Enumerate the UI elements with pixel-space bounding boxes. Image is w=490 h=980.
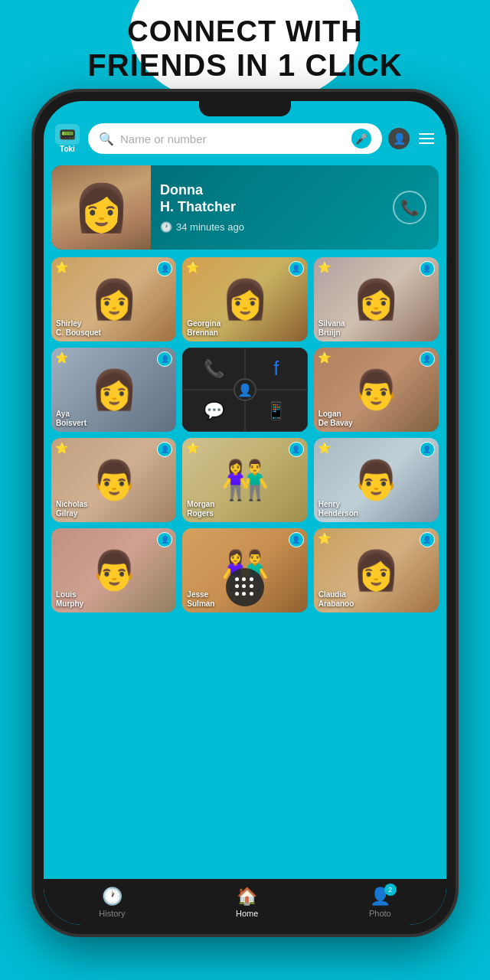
app-header: 📟 Toki 🔍 Name or number 🎤 👤 [44,118,446,159]
photo-icon-wrap: 👤 2 [370,887,390,906]
nav-history-label: History [99,909,125,918]
user-badge-jesse: 👤 [289,532,304,547]
contact-card-georgina[interactable]: 👩 ⭐ 👤 GeorginaBrennan [182,257,307,341]
user-badge-georgina: 👤 [289,261,304,276]
star-badge-nicholas: ⭐ [55,442,68,454]
contact-name-silvana: SilvanaBruijn [318,319,345,338]
contact-card-henry[interactable]: 👨 ⭐ 👤 HenryHenderson [314,438,439,522]
promo-line2: FRIENDS IN 1 CLICK [0,48,490,83]
contact-name-morgan: MorganRogers [187,500,214,518]
social-center-person: 👤 [234,378,256,401]
app-logo-label: Toki [60,145,75,153]
promo-line1: CONNECT WITH [0,15,490,48]
contact-card-morgan[interactable]: 👫 ⭐ 👤 MorganRogers [182,438,307,522]
history-icon: 🕐 [102,887,122,906]
contact-name-jesse: JesseSulman [187,590,214,609]
user-badge-silvana: 👤 [420,261,435,276]
call-icon: 📞 [393,191,426,224]
home-icon: 🏠 [237,887,257,906]
phone-frame: 📟 Toki 🔍 Name or number 🎤 👤 👩 [34,92,456,934]
star-badge-claudia: ⭐ [318,532,331,544]
content-area: 👩 Donna H. Thatcher 🕐 34 minutes ago 📞 [44,159,446,879]
contact-name-shirley: ShirleyC. Bousquet [56,319,101,338]
contact-name-louis: LouisMurphy [56,590,83,609]
search-placeholder: Name or number [120,132,345,145]
user-badge-morgan: 👤 [289,442,304,457]
user-badge-logan: 👤 [420,351,435,367]
contact-name-nicholas: NicholasGilray [56,500,88,518]
contact-grid: 👩 ⭐ 👤 ShirleyC. Bousquet 👩 ⭐ 👤 GeorginaB… [51,257,439,612]
dialpad-grid [235,577,255,597]
mic-icon[interactable]: 🎤 [351,129,371,149]
user-badge-claudia: 👤 [420,532,435,547]
contact-name-claudia: ClaudiaArabanoo [318,590,354,609]
nav-photo[interactable]: 👤 2 Photo [369,887,391,918]
contact-name-georgina: GeorginaBrennan [187,319,220,338]
star-badge-georgina: ⭐ [186,261,199,273]
contact-name-henry: HenryHenderson [318,500,358,518]
contact-card-louis[interactable]: 👨 ⭐ 👤 LouisMurphy [51,528,176,612]
search-icon: 🔍 [99,132,114,146]
nav-home[interactable]: 🏠 Home [236,887,258,918]
contact-card-claudia[interactable]: 👩 ⭐ 👤 ClaudiaArabanoo [314,528,439,612]
featured-contact-name: Donna H. Thatcher [160,182,384,215]
phone-screen: 📟 Toki 🔍 Name or number 🎤 👤 👩 [44,101,446,925]
search-bar[interactable]: 🔍 Name or number 🎤 [88,123,382,154]
contact-card-nicholas[interactable]: 👨 ⭐ 👤 NicholasGilray [51,438,176,522]
featured-contact-info: Donna H. Thatcher 🕐 34 minutes ago [151,165,393,250]
bottom-navigation: 🕐 History 🏠 Home 👤 2 Photo [44,879,446,925]
contact-name-aya: AyaBoisvert [56,410,87,428]
app-logo: 📟 Toki [53,124,82,153]
star-badge-henry: ⭐ [318,442,331,454]
star-badge-morgan: ⭐ [186,442,199,454]
photo-badge: 2 [384,884,397,896]
promo-header: CONNECT WITH FRIENDS IN 1 CLICK [0,15,490,83]
contact-card-logan[interactable]: 👨 ⭐ 👤 LoganDe Bavay [314,348,439,432]
nav-home-label: Home [236,909,258,918]
star-badge-shirley: ⭐ [55,261,68,273]
star-badge-logan: ⭐ [318,351,331,364]
star-badge-silvana: ⭐ [318,261,331,273]
hamburger-menu-icon[interactable] [416,130,437,147]
featured-contact-time: 🕐 34 minutes ago [160,221,384,233]
nav-photo-label: Photo [369,909,391,918]
contact-name-logan: LoganDe Bavay [318,410,353,428]
contact-card-silvana[interactable]: 👩 ⭐ 👤 SilvanaBruijn [314,257,439,341]
featured-call-button[interactable]: 📞 [393,165,439,250]
phone-notch [199,101,291,116]
toki-icon: 📟 [55,124,80,145]
dialpad-button-jesse[interactable] [226,568,264,606]
contact-card-jesse[interactable]: 👫 👤 JesseSulman [182,528,307,612]
contact-card-aya[interactable]: 👩 ⭐ 👤 AyaBoisvert [51,348,176,432]
contact-card-shirley[interactable]: 👩 ⭐ 👤 ShirleyC. Bousquet [51,257,176,341]
featured-contact-photo: 👩 [51,165,151,250]
social-links-card[interactable]: 📞 f 💬 📱 👤 [182,348,307,432]
nav-history[interactable]: 🕐 History [99,887,125,918]
header-avatar[interactable]: 👤 [388,128,410,149]
featured-contact-card[interactable]: 👩 Donna H. Thatcher 🕐 34 minutes ago 📞 [51,165,439,250]
user-badge-henry: 👤 [420,442,435,457]
star-badge-aya: ⭐ [55,351,68,364]
